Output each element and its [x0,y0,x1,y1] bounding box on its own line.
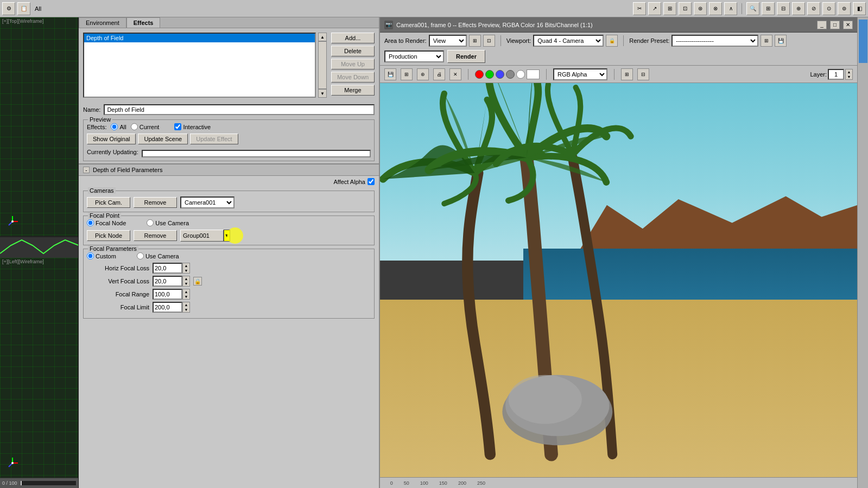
group001-arrow[interactable]: ▼ [224,230,230,242]
viewport-dropdown[interactable]: Quad 4 - Camera [533,35,604,47]
scroll-up[interactable]: ▲ [318,33,327,41]
toolbar-icon-6[interactable]: ⊗ [709,2,722,15]
preset-load-btn[interactable]: ⊞ [761,35,772,47]
current-radio-label[interactable]: Current [131,123,160,130]
preset-dropdown[interactable]: ------------------- [671,35,758,47]
use-camera2-radio[interactable] [137,252,144,259]
use-camera-radio-label[interactable]: Use Camera [147,219,189,226]
pick-node-btn[interactable]: Pick Node [87,230,130,241]
name-input[interactable] [104,104,375,115]
range-down[interactable]: ▼ [183,294,189,299]
update-scene-btn[interactable]: Update Scene [138,134,188,144]
limit-up[interactable]: ▲ [183,302,189,307]
horiz-down[interactable]: ▼ [183,268,189,273]
toolbar-icon-14[interactable]: ⊚ [838,2,851,15]
white-rect[interactable] [527,69,540,79]
affect-alpha-checkbox[interactable] [368,178,375,185]
red-dot[interactable] [475,70,484,79]
scroll-down[interactable]: ▼ [318,89,327,98]
add-button[interactable]: Add... [331,33,375,43]
delete-button[interactable]: Delete [331,46,375,56]
focal-node-radio[interactable] [87,219,94,226]
tab-effects[interactable]: Effects [126,17,161,28]
area-dropdown[interactable]: View [429,35,467,47]
focal-node-radio-label[interactable]: Focal Node [87,219,126,226]
toolbar-icon-1[interactable]: ✂ [633,2,646,15]
remove-cam-btn[interactable]: Remove [134,197,177,208]
focal-limit-input[interactable] [153,302,182,313]
area-btn-2[interactable]: ⊡ [483,35,495,47]
save-icon-btn[interactable]: 💾 [384,68,396,80]
use-camera-radio[interactable] [147,219,154,226]
pick-cam-btn[interactable]: Pick Cam. [87,197,130,208]
update-effect-btn[interactable]: Update Effect [190,134,238,144]
toolbar-btn-1[interactable]: ⚙ [2,2,15,15]
layer-input[interactable] [828,69,844,80]
toolbar-icon-2[interactable]: ↗ [648,2,661,15]
move-up-button[interactable]: Move Up [331,59,375,69]
lock-icon[interactable]: 🔒 [193,277,202,286]
channel-btn-1[interactable]: ⊞ [621,68,633,80]
print-icon-btn[interactable]: 🖨 [433,68,445,80]
custom-radio[interactable] [87,252,94,259]
toolbar-icon-3[interactable]: ⊞ [663,2,676,15]
toolbar-icon-12[interactable]: ⊘ [807,2,820,15]
layer-down[interactable]: ▼ [846,74,852,79]
custom-radio-label[interactable]: Custom [87,252,116,259]
clear-icon-btn[interactable]: ✕ [449,68,461,80]
effects-list-item-dof[interactable]: Depth of Field [84,34,315,42]
toolbar-btn-2[interactable]: 📋 [17,2,30,15]
horiz-up[interactable]: ▲ [183,263,189,268]
color-mode-dropdown[interactable]: RGB Alpha [553,68,607,80]
range-up[interactable]: ▲ [183,289,189,294]
vert-focal-input[interactable] [153,276,182,287]
all-radio[interactable] [111,123,118,130]
toolbar-icon-9[interactable]: ⊞ [762,2,775,15]
preset-save-btn[interactable]: 💾 [775,35,787,47]
gray-dot[interactable] [506,70,515,79]
focal-range-input[interactable] [153,289,182,300]
current-radio[interactable] [131,123,138,130]
move-down-button[interactable]: Move Down [331,72,375,83]
tab-environment[interactable]: Environment [79,17,126,28]
use-camera2-radio-label[interactable]: Use Camera [137,252,179,259]
limit-down[interactable]: ▼ [183,307,189,312]
green-dot[interactable] [485,70,494,79]
horiz-focal-input[interactable] [153,263,182,274]
all-radio-label[interactable]: All [111,123,126,130]
render-button[interactable]: Render [447,50,485,63]
production-dropdown[interactable]: Production [384,50,444,62]
remove-node-btn[interactable]: Remove [134,230,177,241]
toolbar-icon-5[interactable]: ⊛ [694,2,707,15]
close-btn[interactable]: ✕ [843,21,853,29]
toolbar-icon-11[interactable]: ⊕ [792,2,805,15]
restore-btn[interactable]: □ [830,21,840,29]
toolbar-icon-7[interactable]: ∧ [724,2,737,15]
viewport-lock-btn[interactable]: 🔒 [606,35,618,47]
layer-up[interactable]: ▲ [846,69,852,74]
clone-icon-btn[interactable]: ⊛ [417,68,429,80]
sep-2 [623,35,624,46]
toolbar-icon-15[interactable]: ◧ [853,2,866,15]
effects-list[interactable]: Depth of Field [83,33,316,98]
right-panel-btn[interactable] [859,20,867,63]
show-original-btn[interactable]: Show Original [87,134,136,144]
interactive-checkbox-label[interactable]: Interactive [174,123,211,130]
white-dot[interactable] [516,70,525,79]
copy-icon-btn[interactable]: ⊞ [401,68,413,80]
toolbar-icon-13[interactable]: ⊙ [822,2,835,15]
minimize-btn[interactable]: _ [817,21,827,29]
timeline-track[interactable] [21,481,76,485]
channel-btn-2[interactable]: ⊟ [637,68,649,80]
collapse-btn[interactable]: - [83,167,90,173]
toolbar-icon-4[interactable]: ⊡ [679,2,692,15]
camera-dropdown[interactable]: Camera001 [180,197,235,208]
merge-button[interactable]: Merge [331,85,375,96]
area-btn-1[interactable]: ⊞ [469,35,481,47]
blue-dot[interactable] [496,70,504,79]
toolbar-icon-8[interactable]: 🔍 [746,2,759,15]
vert-up[interactable]: ▲ [183,276,189,281]
interactive-checkbox[interactable] [174,123,181,130]
toolbar-icon-10[interactable]: ⊟ [777,2,790,15]
vert-down[interactable]: ▼ [183,281,189,286]
